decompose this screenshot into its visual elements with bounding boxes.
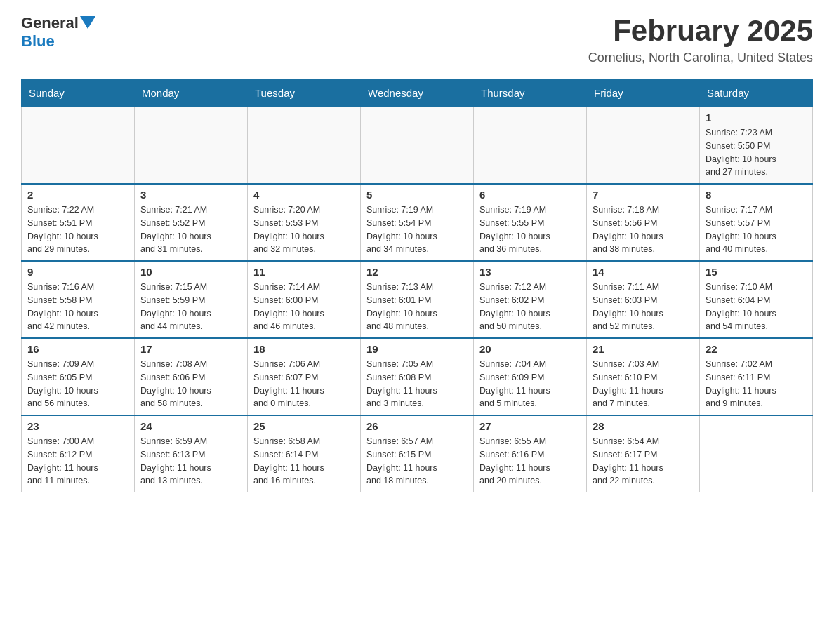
day-number: 22 <box>706 343 807 355</box>
day-number: 13 <box>479 266 581 278</box>
calendar-day-cell: 18Sunrise: 7:06 AM Sunset: 6:07 PM Dayli… <box>248 338 361 415</box>
page-header: General Blue February 2025 Cornelius, No… <box>21 14 813 65</box>
calendar-day-cell: 20Sunrise: 7:04 AM Sunset: 6:09 PM Dayli… <box>474 338 587 415</box>
calendar-day-cell: 6Sunrise: 7:19 AM Sunset: 5:55 PM Daylig… <box>474 184 587 261</box>
day-number: 4 <box>253 189 355 201</box>
calendar-header: SundayMondayTuesdayWednesdayThursdayFrid… <box>22 80 813 107</box>
svg-marker-0 <box>80 16 95 29</box>
calendar-day-cell: 8Sunrise: 7:17 AM Sunset: 5:57 PM Daylig… <box>700 184 813 261</box>
day-info: Sunrise: 7:11 AM Sunset: 6:03 PM Dayligh… <box>593 281 694 333</box>
calendar-day-cell: 22Sunrise: 7:02 AM Sunset: 6:11 PM Dayli… <box>700 338 813 415</box>
calendar-day-cell: 15Sunrise: 7:10 AM Sunset: 6:04 PM Dayli… <box>700 261 813 338</box>
day-info: Sunrise: 6:57 AM Sunset: 6:15 PM Dayligh… <box>366 435 468 488</box>
calendar-day-cell: 24Sunrise: 6:59 AM Sunset: 6:13 PM Dayli… <box>135 415 248 492</box>
calendar-table: SundayMondayTuesdayWednesdayThursdayFrid… <box>21 79 813 492</box>
calendar-day-cell: 28Sunrise: 6:54 AM Sunset: 6:17 PM Dayli… <box>587 415 700 492</box>
title-section: February 2025 Cornelius, North Carolina,… <box>588 14 813 65</box>
calendar-day-cell: 27Sunrise: 6:55 AM Sunset: 6:16 PM Dayli… <box>474 415 587 492</box>
day-info: Sunrise: 7:13 AM Sunset: 6:01 PM Dayligh… <box>366 281 468 333</box>
day-number: 18 <box>253 343 355 355</box>
day-info: Sunrise: 6:58 AM Sunset: 6:14 PM Dayligh… <box>253 435 355 488</box>
day-number: 25 <box>253 420 355 432</box>
day-number: 3 <box>140 189 241 201</box>
day-number: 16 <box>27 343 128 355</box>
day-number: 24 <box>140 420 241 432</box>
calendar-day-cell <box>700 415 813 492</box>
day-info: Sunrise: 7:20 AM Sunset: 5:53 PM Dayligh… <box>253 203 355 256</box>
calendar-day-header: Thursday <box>474 80 587 107</box>
day-number: 8 <box>706 189 807 201</box>
calendar-day-cell <box>22 107 135 184</box>
calendar-day-cell: 5Sunrise: 7:19 AM Sunset: 5:54 PM Daylig… <box>361 184 474 261</box>
calendar-day-cell: 3Sunrise: 7:21 AM Sunset: 5:52 PM Daylig… <box>135 184 248 261</box>
calendar-day-cell <box>361 107 474 184</box>
calendar-day-cell: 1Sunrise: 7:23 AM Sunset: 5:50 PM Daylig… <box>700 107 813 184</box>
calendar-day-cell: 2Sunrise: 7:22 AM Sunset: 5:51 PM Daylig… <box>22 184 135 261</box>
day-number: 14 <box>593 266 694 278</box>
day-info: Sunrise: 7:10 AM Sunset: 6:04 PM Dayligh… <box>706 281 807 333</box>
calendar-day-cell: 17Sunrise: 7:08 AM Sunset: 6:06 PM Dayli… <box>135 338 248 415</box>
day-info: Sunrise: 7:09 AM Sunset: 6:05 PM Dayligh… <box>27 358 128 410</box>
day-number: 27 <box>479 420 581 432</box>
calendar-day-cell: 23Sunrise: 7:00 AM Sunset: 6:12 PM Dayli… <box>22 415 135 492</box>
calendar-day-cell: 19Sunrise: 7:05 AM Sunset: 6:08 PM Dayli… <box>361 338 474 415</box>
calendar-day-cell: 14Sunrise: 7:11 AM Sunset: 6:03 PM Dayli… <box>587 261 700 338</box>
day-info: Sunrise: 7:14 AM Sunset: 6:00 PM Dayligh… <box>253 281 355 333</box>
day-info: Sunrise: 7:00 AM Sunset: 6:12 PM Dayligh… <box>27 435 128 488</box>
calendar-day-header: Tuesday <box>248 80 361 107</box>
day-number: 9 <box>27 266 128 278</box>
day-number: 20 <box>479 343 581 355</box>
calendar-day-cell <box>587 107 700 184</box>
day-info: Sunrise: 6:59 AM Sunset: 6:13 PM Dayligh… <box>140 435 241 488</box>
calendar-day-cell: 7Sunrise: 7:18 AM Sunset: 5:56 PM Daylig… <box>587 184 700 261</box>
day-number: 2 <box>27 189 128 201</box>
day-info: Sunrise: 7:03 AM Sunset: 6:10 PM Dayligh… <box>593 358 694 410</box>
day-info: Sunrise: 7:23 AM Sunset: 5:50 PM Dayligh… <box>706 126 807 179</box>
calendar-day-header: Saturday <box>700 80 813 107</box>
calendar-day-cell: 4Sunrise: 7:20 AM Sunset: 5:53 PM Daylig… <box>248 184 361 261</box>
day-number: 15 <box>706 266 807 278</box>
calendar-day-cell: 16Sunrise: 7:09 AM Sunset: 6:05 PM Dayli… <box>22 338 135 415</box>
day-info: Sunrise: 7:17 AM Sunset: 5:57 PM Dayligh… <box>706 203 807 256</box>
calendar-week-row: 2Sunrise: 7:22 AM Sunset: 5:51 PM Daylig… <box>22 184 813 261</box>
calendar-day-cell <box>135 107 248 184</box>
calendar-day-header: Wednesday <box>361 80 474 107</box>
day-number: 23 <box>27 420 128 432</box>
day-info: Sunrise: 7:04 AM Sunset: 6:09 PM Dayligh… <box>479 358 581 410</box>
day-number: 28 <box>593 420 694 432</box>
calendar-week-row: 23Sunrise: 7:00 AM Sunset: 6:12 PM Dayli… <box>22 415 813 492</box>
calendar-day-cell <box>474 107 587 184</box>
day-number: 10 <box>140 266 241 278</box>
calendar-day-cell: 10Sunrise: 7:15 AM Sunset: 5:59 PM Dayli… <box>135 261 248 338</box>
calendar-day-cell: 11Sunrise: 7:14 AM Sunset: 6:00 PM Dayli… <box>248 261 361 338</box>
calendar-week-row: 1Sunrise: 7:23 AM Sunset: 5:50 PM Daylig… <box>22 107 813 184</box>
day-number: 21 <box>593 343 694 355</box>
logo-general: General <box>21 14 79 32</box>
day-info: Sunrise: 7:12 AM Sunset: 6:02 PM Dayligh… <box>479 281 581 333</box>
day-info: Sunrise: 6:55 AM Sunset: 6:16 PM Dayligh… <box>479 435 581 488</box>
day-number: 1 <box>706 112 807 123</box>
calendar-day-cell: 9Sunrise: 7:16 AM Sunset: 5:58 PM Daylig… <box>22 261 135 338</box>
day-number: 26 <box>366 420 468 432</box>
day-info: Sunrise: 6:54 AM Sunset: 6:17 PM Dayligh… <box>593 435 694 488</box>
day-info: Sunrise: 7:19 AM Sunset: 5:55 PM Dayligh… <box>479 203 581 256</box>
calendar-week-row: 16Sunrise: 7:09 AM Sunset: 6:05 PM Dayli… <box>22 338 813 415</box>
day-info: Sunrise: 7:08 AM Sunset: 6:06 PM Dayligh… <box>140 358 241 410</box>
day-info: Sunrise: 7:15 AM Sunset: 5:59 PM Dayligh… <box>140 281 241 333</box>
day-number: 6 <box>479 189 581 201</box>
calendar-week-row: 9Sunrise: 7:16 AM Sunset: 5:58 PM Daylig… <box>22 261 813 338</box>
logo-arrow-icon <box>80 16 95 29</box>
calendar-day-cell <box>248 107 361 184</box>
calendar-day-cell: 12Sunrise: 7:13 AM Sunset: 6:01 PM Dayli… <box>361 261 474 338</box>
day-info: Sunrise: 7:19 AM Sunset: 5:54 PM Dayligh… <box>366 203 468 256</box>
day-number: 19 <box>366 343 468 355</box>
calendar-day-cell: 25Sunrise: 6:58 AM Sunset: 6:14 PM Dayli… <box>248 415 361 492</box>
calendar-day-cell: 13Sunrise: 7:12 AM Sunset: 6:02 PM Dayli… <box>474 261 587 338</box>
calendar-day-header: Monday <box>135 80 248 107</box>
day-info: Sunrise: 7:18 AM Sunset: 5:56 PM Dayligh… <box>593 203 694 256</box>
day-number: 5 <box>366 189 468 201</box>
day-info: Sunrise: 7:02 AM Sunset: 6:11 PM Dayligh… <box>706 358 807 410</box>
calendar-day-cell: 26Sunrise: 6:57 AM Sunset: 6:15 PM Dayli… <box>361 415 474 492</box>
logo: General Blue <box>21 14 95 51</box>
subtitle: Cornelius, North Carolina, United States <box>588 51 813 65</box>
